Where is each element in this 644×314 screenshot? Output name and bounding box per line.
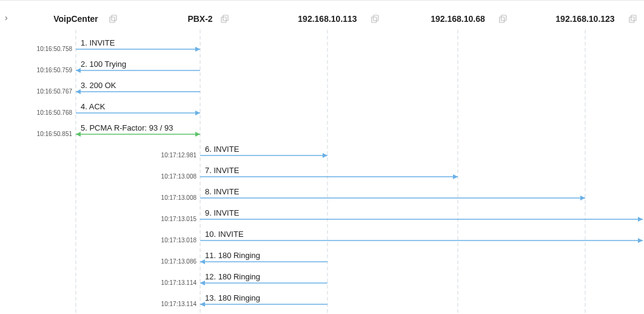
svg-marker-20 bbox=[76, 132, 81, 137]
timestamp-label: 10:17:12.981 bbox=[161, 152, 197, 159]
message-row[interactable]: 8. INVITE10:17:13.008 bbox=[161, 187, 585, 201]
message-row[interactable]: 13. 180 Ringing10:17:13.114 bbox=[161, 293, 327, 307]
message-row[interactable]: 4. ACK10:16:50.768 bbox=[37, 102, 200, 116]
message-row[interactable]: 11. 180 Ringing10:17:13.086 bbox=[161, 251, 327, 265]
message-row[interactable]: 9. INVITE10:17:13.015 bbox=[161, 208, 643, 222]
timestamp-label: 10:16:50.758 bbox=[37, 46, 73, 52]
svg-marker-34 bbox=[200, 281, 205, 285]
timestamp-label: 10:17:13.018 bbox=[161, 237, 197, 244]
timestamp-label: 10:17:13.015 bbox=[161, 216, 197, 222]
svg-marker-15 bbox=[76, 89, 81, 94]
svg-marker-24 bbox=[453, 174, 458, 179]
message-label: 8. INVITE bbox=[205, 187, 240, 196]
svg-marker-17 bbox=[195, 111, 200, 115]
svg-rect-7 bbox=[501, 15, 506, 21]
svg-marker-30 bbox=[638, 238, 643, 243]
svg-marker-32 bbox=[200, 259, 205, 264]
message-label: 1. INVITE bbox=[81, 38, 115, 47]
message-label: 6. INVITE bbox=[205, 145, 240, 154]
copy-icon[interactable] bbox=[221, 15, 228, 22]
message-label: 2. 100 Trying bbox=[81, 60, 126, 69]
message-row[interactable]: 10. INVITE10:17:13.018 bbox=[161, 230, 643, 244]
lane-header: PBX-2 bbox=[187, 14, 212, 24]
message-label: 11. 180 Ringing bbox=[205, 251, 260, 260]
svg-rect-8 bbox=[629, 17, 634, 22]
lane-header: 192.168.10.68 bbox=[431, 14, 485, 24]
message-label: 9. INVITE bbox=[205, 208, 240, 217]
timestamp-label: 10:17:13.114 bbox=[161, 279, 197, 286]
message-label: 12. 180 Ringing bbox=[205, 272, 260, 281]
timestamp-label: 10:16:50.767 bbox=[37, 88, 73, 95]
timestamp-label: 10:17:13.114 bbox=[161, 301, 197, 307]
timestamp-label: 10:16:50.851 bbox=[37, 131, 73, 137]
message-label: 3. 200 OK bbox=[81, 81, 116, 90]
message-label: 10. INVITE bbox=[205, 230, 244, 239]
svg-rect-4 bbox=[372, 17, 377, 22]
timestamp-label: 10:17:13.086 bbox=[161, 258, 197, 265]
diagram-canvas: VoipCenterPBX-2192.168.10.113192.168.10.… bbox=[0, 1, 644, 314]
svg-rect-9 bbox=[631, 15, 636, 21]
svg-rect-6 bbox=[500, 17, 505, 22]
timestamp-label: 10:17:13.008 bbox=[161, 173, 197, 180]
lane-header: 192.168.10.113 bbox=[298, 14, 357, 24]
message-label: 7. INVITE bbox=[205, 166, 240, 175]
copy-icon[interactable] bbox=[372, 15, 378, 22]
message-label: 5. PCMA R-Factor: 93 / 93 bbox=[81, 123, 173, 132]
message-row[interactable]: 5. PCMA R-Factor: 93 / 9310:16:50.851 bbox=[37, 123, 200, 137]
lane-header: VoipCenter bbox=[53, 14, 98, 24]
svg-marker-13 bbox=[76, 68, 81, 73]
svg-rect-1 bbox=[112, 15, 116, 21]
copy-icon[interactable] bbox=[629, 15, 636, 22]
svg-rect-3 bbox=[223, 15, 228, 21]
message-label: 13. 180 Ringing bbox=[205, 293, 260, 302]
timestamp-label: 10:16:50.759 bbox=[37, 67, 73, 73]
svg-marker-28 bbox=[638, 217, 643, 222]
copy-icon[interactable] bbox=[500, 15, 506, 22]
svg-marker-11 bbox=[195, 47, 200, 52]
message-row[interactable]: 3. 200 OK10:16:50.767 bbox=[37, 81, 200, 95]
svg-rect-5 bbox=[374, 15, 378, 21]
message-row[interactable]: 6. INVITE10:17:12.981 bbox=[161, 145, 327, 159]
svg-rect-2 bbox=[221, 17, 226, 22]
svg-marker-22 bbox=[323, 153, 327, 158]
timestamp-label: 10:16:50.768 bbox=[37, 109, 73, 116]
message-row[interactable]: 12. 180 Ringing10:17:13.114 bbox=[161, 272, 327, 286]
svg-marker-19 bbox=[195, 132, 200, 137]
timestamp-label: 10:17:13.008 bbox=[161, 194, 197, 201]
message-row[interactable]: 7. INVITE10:17:13.008 bbox=[161, 166, 458, 180]
svg-marker-36 bbox=[200, 302, 205, 307]
svg-marker-26 bbox=[580, 196, 585, 200]
copy-icon[interactable] bbox=[110, 15, 116, 22]
sequence-diagram: › VoipCenterPBX-2192.168.10.113192.168.1… bbox=[0, 0, 644, 314]
lane-header: 192.168.10.123 bbox=[555, 14, 615, 24]
message-label: 4. ACK bbox=[81, 102, 106, 111]
svg-rect-0 bbox=[110, 17, 115, 22]
message-row[interactable]: 2. 100 Trying10:16:50.759 bbox=[37, 60, 200, 73]
message-row[interactable]: 1. INVITE10:16:50.758 bbox=[37, 38, 200, 52]
